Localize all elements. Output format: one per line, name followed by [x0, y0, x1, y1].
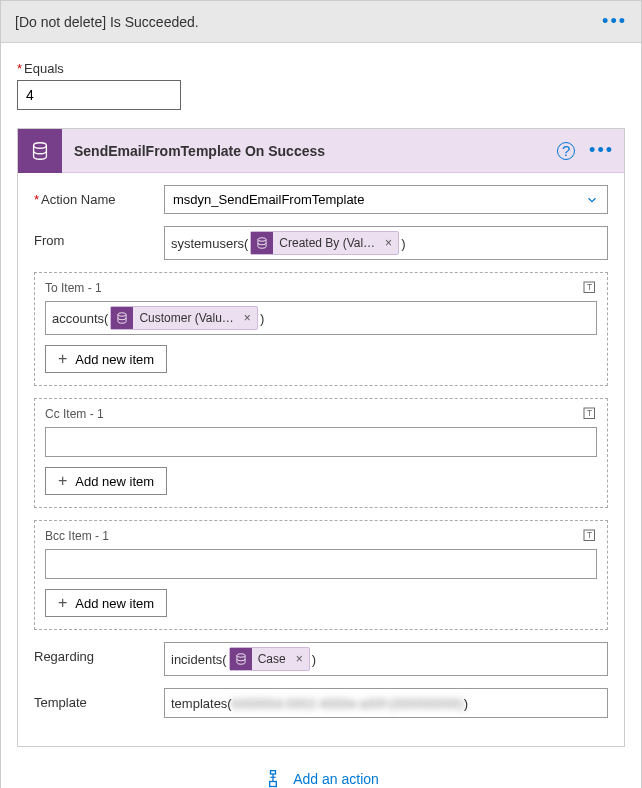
- from-row: From systemusers( Created By (Val… ×: [34, 226, 608, 260]
- to-item-input[interactable]: accounts( Customer (Valu… × ): [45, 301, 597, 335]
- template-row: Template templates( b00000d-0002-4000e-a…: [34, 688, 608, 718]
- from-suffix: ): [401, 236, 405, 251]
- regarding-token-label: Case: [258, 652, 286, 666]
- add-action-icon: [263, 769, 283, 788]
- svg-point-4: [118, 313, 126, 317]
- regarding-row: Regarding incidents( Case × ): [34, 642, 608, 676]
- to-token[interactable]: Customer (Valu… ×: [110, 306, 258, 330]
- bcc-item-group: Bcc Item - 1 T + Add new item: [34, 520, 608, 630]
- action-name-value: msdyn_SendEmailFromTemplate: [173, 192, 364, 207]
- action-card-header[interactable]: SendEmailFromTemplate On Success ? •••: [18, 129, 624, 173]
- svg-rect-12: [270, 782, 277, 787]
- close-icon[interactable]: ×: [290, 652, 309, 666]
- from-token-label: Created By (Val…: [279, 236, 375, 250]
- svg-rect-10: [271, 771, 276, 774]
- to-item-group: To Item - 1 T accounts( Customer (Valu… …: [34, 272, 608, 386]
- close-icon[interactable]: ×: [238, 311, 257, 325]
- svg-point-9: [237, 654, 245, 658]
- add-item-label: Add new item: [75, 352, 154, 367]
- from-label: From: [34, 226, 164, 248]
- action-name-select[interactable]: msdyn_SendEmailFromTemplate: [164, 185, 608, 214]
- cc-item-input[interactable]: [45, 427, 597, 457]
- add-action-button[interactable]: Add an action: [17, 747, 625, 788]
- equals-input[interactable]: [17, 80, 181, 110]
- svg-point-1: [258, 238, 266, 242]
- cc-item-label: Cc Item - 1: [45, 407, 597, 421]
- svg-text:T: T: [587, 283, 592, 292]
- case-header: [Do not delete] Is Succeeded. •••: [1, 1, 641, 43]
- action-card-title: SendEmailFromTemplate On Success: [74, 143, 557, 159]
- to-prefix: accounts(: [52, 311, 108, 326]
- action-name-label: Action Name: [34, 185, 164, 207]
- close-icon[interactable]: ×: [379, 236, 398, 250]
- case-menu-button[interactable]: •••: [602, 11, 627, 32]
- to-suffix: ): [260, 311, 264, 326]
- template-input[interactable]: templates( b00000d-0002-4000e-a00f-(0000…: [164, 688, 608, 718]
- action-name-row: Action Name msdyn_SendEmailFromTemplate: [34, 185, 608, 214]
- from-input[interactable]: systemusers( Created By (Val… × ): [164, 226, 608, 260]
- case-body: Equals SendEmailFromTemplate On Success …: [1, 43, 641, 788]
- svg-text:T: T: [587, 409, 592, 418]
- equals-label: Equals: [17, 61, 625, 76]
- template-label: Template: [34, 688, 164, 710]
- to-add-new-item-button[interactable]: + Add new item: [45, 345, 167, 373]
- to-item-label: To Item - 1: [45, 281, 597, 295]
- cc-add-new-item-button[interactable]: + Add new item: [45, 467, 167, 495]
- dataverse-icon: [18, 129, 62, 173]
- action-card-menu-button[interactable]: •••: [589, 140, 614, 161]
- chevron-down-icon: [585, 193, 599, 207]
- svg-point-0: [34, 142, 47, 148]
- switch-mode-icon[interactable]: T: [581, 527, 599, 545]
- dataverse-icon: [230, 648, 252, 670]
- switch-mode-icon[interactable]: T: [581, 279, 599, 297]
- add-item-label: Add new item: [75, 596, 154, 611]
- plus-icon: +: [58, 595, 67, 611]
- regarding-label: Regarding: [34, 642, 164, 664]
- action-card-body: Action Name msdyn_SendEmailFromTemplate …: [18, 173, 624, 746]
- add-action-label: Add an action: [293, 771, 379, 787]
- svg-text:T: T: [587, 531, 592, 540]
- from-token[interactable]: Created By (Val… ×: [250, 231, 399, 255]
- bcc-add-new-item-button[interactable]: + Add new item: [45, 589, 167, 617]
- cc-item-group: Cc Item - 1 T + Add new item: [34, 398, 608, 508]
- bcc-item-label: Bcc Item - 1: [45, 529, 597, 543]
- flow-case-panel: [Do not delete] Is Succeeded. ••• Equals…: [0, 0, 642, 788]
- bcc-item-input[interactable]: [45, 549, 597, 579]
- from-prefix: systemusers(: [171, 236, 248, 251]
- template-suffix: ): [464, 696, 468, 711]
- regarding-token[interactable]: Case ×: [229, 647, 310, 671]
- help-icon[interactable]: ?: [557, 142, 575, 160]
- add-item-label: Add new item: [75, 474, 154, 489]
- plus-icon: +: [58, 473, 67, 489]
- plus-icon: +: [58, 351, 67, 367]
- action-card: SendEmailFromTemplate On Success ? ••• A…: [17, 128, 625, 747]
- regarding-suffix: ): [312, 652, 316, 667]
- template-masked-id: b00000d-0002-4000e-a00f-(000000000): [232, 696, 464, 711]
- dataverse-icon: [111, 307, 133, 329]
- to-token-label: Customer (Valu…: [139, 311, 233, 325]
- dataverse-icon: [251, 232, 273, 254]
- template-prefix: templates(: [171, 696, 232, 711]
- switch-mode-icon[interactable]: T: [581, 405, 599, 423]
- regarding-input[interactable]: incidents( Case × ): [164, 642, 608, 676]
- case-title: [Do not delete] Is Succeeded.: [15, 14, 199, 30]
- regarding-prefix: incidents(: [171, 652, 227, 667]
